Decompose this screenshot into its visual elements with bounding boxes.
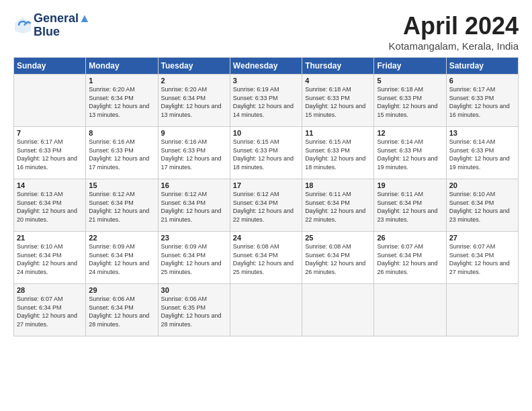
day-number: 11	[305, 129, 371, 137]
calendar-cell: 16 Sunrise: 6:12 AMSunset: 6:34 PMDaylig…	[158, 179, 230, 232]
day-number: 14	[17, 181, 83, 189]
day-info: Sunrise: 6:16 AMSunset: 6:33 PMDaylight:…	[89, 138, 154, 171]
calendar-cell: 21 Sunrise: 6:10 AMSunset: 6:34 PMDaylig…	[14, 232, 86, 284]
day-info: Sunrise: 6:14 AMSunset: 6:33 PMDaylight:…	[449, 138, 515, 171]
day-number: 27	[449, 234, 515, 242]
day-number: 26	[377, 234, 443, 242]
day-number: 29	[89, 286, 154, 294]
day-info: Sunrise: 6:17 AMSunset: 6:33 PMDaylight:…	[17, 138, 83, 171]
day-number: 4	[305, 77, 371, 85]
day-info: Sunrise: 6:12 AMSunset: 6:34 PMDaylight:…	[89, 190, 154, 224]
day-info: Sunrise: 6:13 AMSunset: 6:34 PMDaylight:…	[17, 190, 83, 224]
calendar-cell: 12 Sunrise: 6:14 AMSunset: 6:33 PMDaylig…	[374, 127, 446, 179]
calendar-cell: 11 Sunrise: 6:15 AMSunset: 6:33 PMDaylig…	[302, 127, 374, 179]
day-info: Sunrise: 6:20 AMSunset: 6:34 PMDaylight:…	[89, 85, 154, 119]
day-info: Sunrise: 6:15 AMSunset: 6:33 PMDaylight:…	[305, 138, 371, 171]
day-info: Sunrise: 6:11 AMSunset: 6:34 PMDaylight:…	[305, 190, 371, 224]
calendar-cell: 29 Sunrise: 6:06 AMSunset: 6:34 PMDaylig…	[86, 284, 158, 336]
calendar-cell	[230, 284, 302, 336]
calendar-cell: 9 Sunrise: 6:16 AMSunset: 6:33 PMDayligh…	[158, 127, 230, 179]
day-number: 22	[89, 234, 154, 242]
day-number: 10	[233, 129, 299, 137]
day-info: Sunrise: 6:12 AMSunset: 6:34 PMDaylight:…	[233, 190, 299, 224]
calendar-cell: 27 Sunrise: 6:07 AMSunset: 6:34 PMDaylig…	[446, 232, 518, 284]
header: General▲ Blue April 2024 Kotamangalam, K…	[13, 12, 519, 52]
calendar-cell: 18 Sunrise: 6:11 AMSunset: 6:34 PMDaylig…	[302, 179, 374, 232]
day-number: 1	[89, 77, 154, 85]
day-info: Sunrise: 6:07 AMSunset: 6:34 PMDaylight:…	[449, 242, 515, 276]
col-thursday: Thursday	[302, 58, 374, 75]
page-container: General▲ Blue April 2024 Kotamangalam, K…	[0, 0, 532, 343]
day-number: 9	[161, 129, 227, 137]
day-number: 25	[305, 234, 371, 242]
col-monday: Monday	[86, 58, 158, 75]
calendar-cell: 1 Sunrise: 6:20 AMSunset: 6:34 PMDayligh…	[86, 75, 158, 127]
day-info: Sunrise: 6:09 AMSunset: 6:34 PMDaylight:…	[89, 242, 154, 276]
day-info: Sunrise: 6:19 AMSunset: 6:33 PMDaylight:…	[233, 85, 299, 119]
day-info: Sunrise: 6:12 AMSunset: 6:34 PMDaylight:…	[161, 190, 227, 224]
col-wednesday: Wednesday	[230, 58, 302, 75]
calendar-cell: 25 Sunrise: 6:08 AMSunset: 6:34 PMDaylig…	[302, 232, 374, 284]
calendar-cell: 20 Sunrise: 6:10 AMSunset: 6:34 PMDaylig…	[446, 179, 518, 232]
calendar-cell: 6 Sunrise: 6:17 AMSunset: 6:33 PMDayligh…	[446, 75, 518, 127]
day-info: Sunrise: 6:08 AMSunset: 6:34 PMDaylight:…	[233, 242, 299, 276]
calendar-cell: 2 Sunrise: 6:20 AMSunset: 6:34 PMDayligh…	[158, 75, 230, 127]
day-number: 12	[377, 129, 443, 137]
col-sunday: Sunday	[14, 58, 86, 75]
calendar-cell: 30 Sunrise: 6:06 AMSunset: 6:35 PMDaylig…	[158, 284, 230, 336]
day-number: 20	[449, 181, 515, 189]
week-row-4: 28 Sunrise: 6:07 AMSunset: 6:34 PMDaylig…	[14, 284, 519, 336]
day-info: Sunrise: 6:07 AMSunset: 6:34 PMDaylight:…	[17, 295, 83, 328]
day-number: 28	[17, 286, 83, 294]
day-number: 5	[377, 77, 443, 85]
col-saturday: Saturday	[446, 58, 518, 75]
day-number: 8	[89, 129, 154, 137]
day-number: 23	[161, 234, 227, 242]
day-number: 16	[161, 181, 227, 189]
day-number: 2	[161, 77, 227, 85]
calendar-cell: 23 Sunrise: 6:09 AMSunset: 6:34 PMDaylig…	[158, 232, 230, 284]
week-row-2: 14 Sunrise: 6:13 AMSunset: 6:34 PMDaylig…	[14, 179, 519, 232]
day-info: Sunrise: 6:09 AMSunset: 6:34 PMDaylight:…	[161, 242, 227, 276]
title-area: April 2024 Kotamangalam, Kerala, India	[389, 12, 519, 52]
day-info: Sunrise: 6:15 AMSunset: 6:33 PMDaylight:…	[233, 138, 299, 171]
day-info: Sunrise: 6:18 AMSunset: 6:33 PMDaylight:…	[377, 85, 443, 119]
day-info: Sunrise: 6:16 AMSunset: 6:33 PMDaylight:…	[161, 138, 227, 171]
calendar-cell: 17 Sunrise: 6:12 AMSunset: 6:34 PMDaylig…	[230, 179, 302, 232]
logo-text: General▲ Blue	[34, 12, 91, 39]
calendar-cell	[374, 284, 446, 336]
day-info: Sunrise: 6:06 AMSunset: 6:35 PMDaylight:…	[161, 295, 227, 328]
calendar-cell: 13 Sunrise: 6:14 AMSunset: 6:33 PMDaylig…	[446, 127, 518, 179]
calendar-cell: 14 Sunrise: 6:13 AMSunset: 6:34 PMDaylig…	[14, 179, 86, 232]
month-title: April 2024	[389, 12, 519, 40]
day-number: 15	[89, 181, 154, 189]
calendar-cell	[14, 75, 86, 127]
day-number: 18	[305, 181, 371, 189]
calendar-table: Sunday Monday Tuesday Wednesday Thursday…	[13, 57, 519, 336]
day-number: 6	[449, 77, 515, 85]
day-info: Sunrise: 6:08 AMSunset: 6:34 PMDaylight:…	[305, 242, 371, 276]
calendar-cell: 3 Sunrise: 6:19 AMSunset: 6:33 PMDayligh…	[230, 75, 302, 127]
calendar-cell	[302, 284, 374, 336]
day-info: Sunrise: 6:10 AMSunset: 6:34 PMDaylight:…	[17, 242, 83, 276]
day-number: 17	[233, 181, 299, 189]
week-row-1: 7 Sunrise: 6:17 AMSunset: 6:33 PMDayligh…	[14, 127, 519, 179]
calendar-cell: 19 Sunrise: 6:11 AMSunset: 6:34 PMDaylig…	[374, 179, 446, 232]
logo: General▲ Blue	[13, 12, 91, 39]
calendar-cell: 8 Sunrise: 6:16 AMSunset: 6:33 PMDayligh…	[86, 127, 158, 179]
day-number: 3	[233, 77, 299, 85]
day-number: 7	[17, 129, 83, 137]
calendar-cell	[446, 284, 518, 336]
header-row: Sunday Monday Tuesday Wednesday Thursday…	[14, 58, 519, 75]
day-info: Sunrise: 6:10 AMSunset: 6:34 PMDaylight:…	[449, 190, 515, 224]
calendar-cell: 28 Sunrise: 6:07 AMSunset: 6:34 PMDaylig…	[14, 284, 86, 336]
day-info: Sunrise: 6:18 AMSunset: 6:33 PMDaylight:…	[305, 85, 371, 119]
calendar-cell: 26 Sunrise: 6:07 AMSunset: 6:34 PMDaylig…	[374, 232, 446, 284]
calendar-cell: 15 Sunrise: 6:12 AMSunset: 6:34 PMDaylig…	[86, 179, 158, 232]
day-number: 24	[233, 234, 299, 242]
day-number: 21	[17, 234, 83, 242]
calendar-cell: 5 Sunrise: 6:18 AMSunset: 6:33 PMDayligh…	[374, 75, 446, 127]
day-info: Sunrise: 6:20 AMSunset: 6:34 PMDaylight:…	[161, 85, 227, 119]
day-info: Sunrise: 6:14 AMSunset: 6:33 PMDaylight:…	[377, 138, 443, 171]
calendar-cell: 4 Sunrise: 6:18 AMSunset: 6:33 PMDayligh…	[302, 75, 374, 127]
